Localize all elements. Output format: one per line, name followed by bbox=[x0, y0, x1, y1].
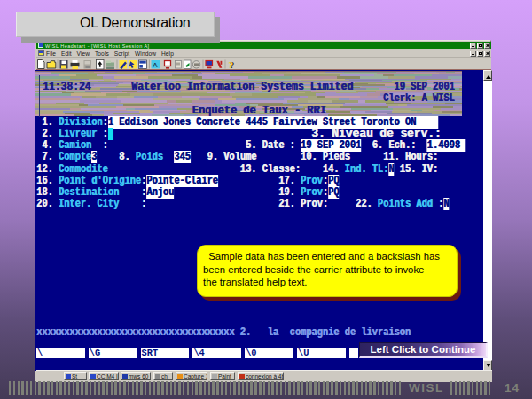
svg-text:A: A bbox=[153, 61, 158, 69]
svg-text:?: ? bbox=[229, 59, 234, 70]
